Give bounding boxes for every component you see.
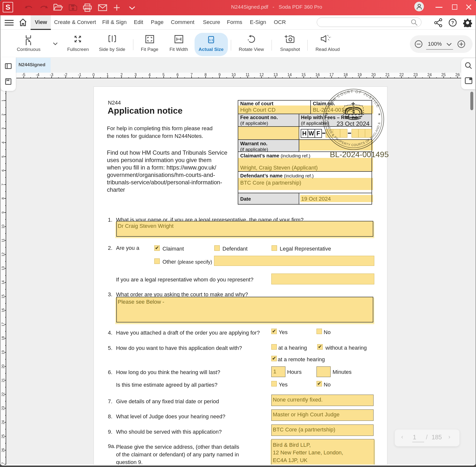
svg-text:★: ★ xyxy=(325,112,329,116)
svg-text:1:1: 1:1 xyxy=(209,39,213,42)
svg-text:?: ? xyxy=(451,20,454,25)
svg-text:★: ★ xyxy=(378,112,381,116)
